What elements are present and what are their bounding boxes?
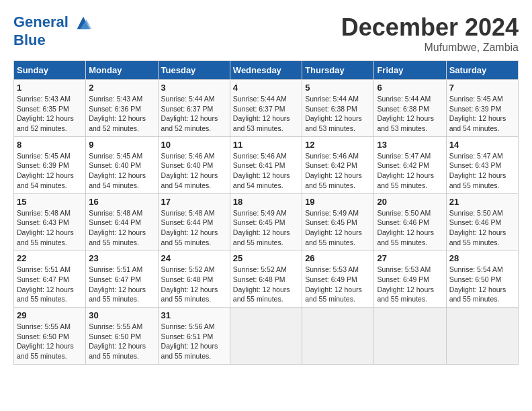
title-section: December 2024 Mufumbwe, Zambia: [341, 13, 519, 54]
day-info: Sunrise: 5:47 AMSunset: 6:42 PMDaylight:…: [377, 151, 443, 191]
day-info: Sunrise: 5:43 AMSunset: 6:35 PMDaylight:…: [17, 94, 83, 134]
table-row: 4Sunrise: 5:44 AMSunset: 6:37 PMDaylight…: [230, 80, 302, 137]
day-number: 8: [17, 140, 83, 150]
day-info: Sunrise: 5:51 AMSunset: 6:47 PMDaylight:…: [17, 265, 83, 304]
header-friday: Friday: [374, 61, 446, 80]
day-info: Sunrise: 5:55 AMSunset: 6:50 PMDaylight:…: [17, 322, 83, 361]
table-row: 5Sunrise: 5:44 AMSunset: 6:38 PMDaylight…: [302, 80, 374, 137]
day-number: 26: [305, 253, 371, 263]
logo-text: General: [13, 13, 93, 32]
table-row: 30Sunrise: 5:55 AMSunset: 6:50 PMDayligh…: [86, 308, 158, 365]
table-row: 1Sunrise: 5:43 AMSunset: 6:35 PMDaylight…: [14, 80, 86, 137]
table-row: 15Sunrise: 5:48 AMSunset: 6:43 PMDayligh…: [14, 193, 86, 250]
location: Mufumbwe, Zambia: [341, 42, 519, 54]
calendar-week-row: 15Sunrise: 5:48 AMSunset: 6:43 PMDayligh…: [14, 193, 519, 250]
day-number: 27: [377, 253, 443, 263]
table-row: 14Sunrise: 5:47 AMSunset: 6:43 PMDayligh…: [446, 136, 518, 193]
day-number: 18: [233, 197, 299, 207]
day-number: 23: [89, 253, 154, 263]
day-number: 7: [449, 83, 515, 93]
header-sunday: Sunday: [14, 61, 86, 80]
day-info: Sunrise: 5:54 AMSunset: 6:50 PMDaylight:…: [449, 265, 515, 304]
day-number: 30: [89, 310, 154, 320]
day-info: Sunrise: 5:49 AMSunset: 6:45 PMDaylight:…: [305, 208, 371, 248]
day-info: Sunrise: 5:44 AMSunset: 6:38 PMDaylight:…: [305, 94, 371, 134]
table-row: 13Sunrise: 5:47 AMSunset: 6:42 PMDayligh…: [374, 136, 446, 193]
table-row: 17Sunrise: 5:48 AMSunset: 6:44 PMDayligh…: [158, 193, 230, 250]
day-info: Sunrise: 5:47 AMSunset: 6:43 PMDaylight:…: [449, 151, 515, 191]
logo: General Blue: [13, 13, 93, 48]
table-row: 24Sunrise: 5:52 AMSunset: 6:48 PMDayligh…: [158, 250, 230, 308]
logo-icon: [74, 13, 93, 32]
table-row: 16Sunrise: 5:48 AMSunset: 6:44 PMDayligh…: [86, 193, 158, 250]
day-info: Sunrise: 5:52 AMSunset: 6:48 PMDaylight:…: [161, 265, 227, 304]
header-thursday: Thursday: [302, 61, 374, 80]
day-info: Sunrise: 5:46 AMSunset: 6:40 PMDaylight:…: [161, 151, 227, 191]
header-wednesday: Wednesday: [230, 61, 302, 80]
table-row: 3Sunrise: 5:44 AMSunset: 6:37 PMDaylight…: [158, 80, 230, 137]
day-number: 3: [161, 83, 227, 93]
table-row: 19Sunrise: 5:49 AMSunset: 6:45 PMDayligh…: [302, 193, 374, 250]
calendar-week-row: 8Sunrise: 5:45 AMSunset: 6:39 PMDaylight…: [14, 136, 519, 193]
day-number: 19: [305, 197, 371, 207]
day-info: Sunrise: 5:53 AMSunset: 6:49 PMDaylight:…: [305, 265, 371, 304]
day-info: Sunrise: 5:49 AMSunset: 6:45 PMDaylight:…: [233, 208, 299, 248]
day-info: Sunrise: 5:44 AMSunset: 6:37 PMDaylight:…: [233, 94, 299, 134]
table-row: [374, 308, 446, 365]
table-row: 21Sunrise: 5:50 AMSunset: 6:46 PMDayligh…: [446, 193, 518, 250]
day-info: Sunrise: 5:45 AMSunset: 6:40 PMDaylight:…: [89, 151, 154, 191]
day-number: 17: [161, 197, 227, 207]
day-number: 2: [89, 83, 154, 93]
day-number: 14: [449, 140, 515, 150]
table-row: 29Sunrise: 5:55 AMSunset: 6:50 PMDayligh…: [14, 308, 86, 365]
day-info: Sunrise: 5:50 AMSunset: 6:46 PMDaylight:…: [449, 208, 515, 248]
table-row: 23Sunrise: 5:51 AMSunset: 6:47 PMDayligh…: [86, 250, 158, 308]
page-header: General Blue December 2024 Mufumbwe, Zam…: [13, 13, 519, 54]
day-number: 25: [233, 253, 299, 263]
day-info: Sunrise: 5:46 AMSunset: 6:42 PMDaylight:…: [305, 151, 371, 191]
day-number: 21: [449, 197, 515, 207]
table-row: [302, 308, 374, 365]
table-row: 12Sunrise: 5:46 AMSunset: 6:42 PMDayligh…: [302, 136, 374, 193]
header-monday: Monday: [86, 61, 158, 80]
month-title: December 2024: [341, 13, 519, 42]
table-row: 26Sunrise: 5:53 AMSunset: 6:49 PMDayligh…: [302, 250, 374, 308]
header-tuesday: Tuesday: [158, 61, 230, 80]
calendar-table: Sunday Monday Tuesday Wednesday Thursday…: [13, 60, 519, 365]
day-info: Sunrise: 5:53 AMSunset: 6:49 PMDaylight:…: [377, 265, 443, 304]
day-info: Sunrise: 5:45 AMSunset: 6:39 PMDaylight:…: [449, 94, 515, 134]
day-info: Sunrise: 5:45 AMSunset: 6:39 PMDaylight:…: [17, 151, 83, 191]
day-number: 22: [17, 253, 83, 263]
day-number: 29: [17, 310, 83, 320]
calendar-week-row: 22Sunrise: 5:51 AMSunset: 6:47 PMDayligh…: [14, 250, 519, 308]
table-row: 25Sunrise: 5:52 AMSunset: 6:48 PMDayligh…: [230, 250, 302, 308]
day-info: Sunrise: 5:55 AMSunset: 6:50 PMDaylight:…: [89, 322, 154, 361]
day-number: 6: [377, 83, 443, 93]
day-number: 10: [161, 140, 227, 150]
table-row: 20Sunrise: 5:50 AMSunset: 6:46 PMDayligh…: [374, 193, 446, 250]
day-number: 9: [89, 140, 154, 150]
table-row: 31Sunrise: 5:56 AMSunset: 6:51 PMDayligh…: [158, 308, 230, 365]
day-number: 11: [233, 140, 299, 150]
day-info: Sunrise: 5:56 AMSunset: 6:51 PMDaylight:…: [161, 322, 227, 361]
header-saturday: Saturday: [446, 61, 518, 80]
table-row: 7Sunrise: 5:45 AMSunset: 6:39 PMDaylight…: [446, 80, 518, 137]
day-number: 1: [17, 83, 83, 93]
day-number: 31: [161, 310, 227, 320]
day-info: Sunrise: 5:51 AMSunset: 6:47 PMDaylight:…: [89, 265, 154, 304]
table-row: 18Sunrise: 5:49 AMSunset: 6:45 PMDayligh…: [230, 193, 302, 250]
table-row: 28Sunrise: 5:54 AMSunset: 6:50 PMDayligh…: [446, 250, 518, 308]
day-number: 4: [233, 83, 299, 93]
table-row: [446, 308, 518, 365]
day-number: 5: [305, 83, 371, 93]
day-info: Sunrise: 5:46 AMSunset: 6:41 PMDaylight:…: [233, 151, 299, 191]
calendar-header-row: Sunday Monday Tuesday Wednesday Thursday…: [14, 61, 519, 80]
day-info: Sunrise: 5:52 AMSunset: 6:48 PMDaylight:…: [233, 265, 299, 304]
day-info: Sunrise: 5:44 AMSunset: 6:37 PMDaylight:…: [161, 94, 227, 134]
table-row: 10Sunrise: 5:46 AMSunset: 6:40 PMDayligh…: [158, 136, 230, 193]
day-info: Sunrise: 5:43 AMSunset: 6:36 PMDaylight:…: [89, 94, 154, 134]
day-number: 28: [449, 253, 515, 263]
day-info: Sunrise: 5:44 AMSunset: 6:38 PMDaylight:…: [377, 94, 443, 134]
table-row: 22Sunrise: 5:51 AMSunset: 6:47 PMDayligh…: [14, 250, 86, 308]
calendar-week-row: 29Sunrise: 5:55 AMSunset: 6:50 PMDayligh…: [14, 308, 519, 365]
